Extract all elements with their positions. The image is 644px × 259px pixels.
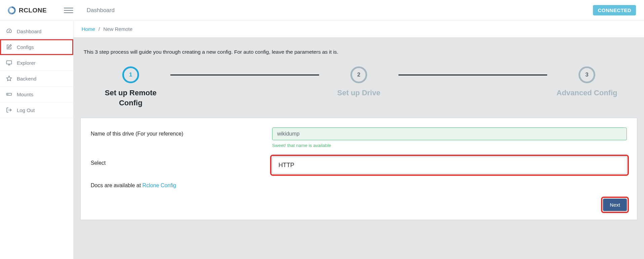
step-connector	[398, 74, 547, 75]
sidebar-item-label: Dashboard	[17, 29, 41, 34]
wizard-stepper: 1 Set up Remote Config 2 Set up Drive 3 …	[80, 62, 637, 118]
content-area: This 3 step process will guide you throu…	[74, 38, 644, 259]
svg-marker-1	[7, 76, 12, 81]
breadcrumb-home[interactable]: Home	[82, 26, 95, 32]
drive-icon	[6, 91, 12, 97]
sidebar-item-dashboard[interactable]: Dashboard	[0, 23, 73, 39]
sidebar-item-label: Log Out	[17, 107, 35, 113]
svg-point-3	[8, 94, 8, 95]
form-row-name: Name of this drive (For your reference) …	[91, 127, 627, 148]
sidebar-item-label: Configs	[17, 44, 34, 50]
name-validation-text: Sweet! that name is available	[272, 143, 627, 148]
step-1[interactable]: 1 Set up Remote Config	[97, 66, 164, 108]
docs-link[interactable]: Rclone Config	[142, 183, 176, 188]
docs-prefix: Docs are available at	[91, 183, 142, 188]
sidebar-item-label: Explorer	[17, 60, 36, 66]
logo[interactable]: RCLONE	[7, 5, 64, 15]
breadcrumb-current: New Remote	[103, 26, 133, 32]
sidebar-item-backend[interactable]: Backend	[0, 71, 73, 87]
docs-text: Docs are available at Rclone Config	[91, 183, 627, 189]
provider-select[interactable]	[272, 157, 627, 174]
pencil-square-icon	[6, 44, 12, 50]
step-3[interactable]: 3 Advanced Config	[553, 66, 620, 98]
sidebar: Dashboard Configs Explorer Backend Mount…	[0, 21, 74, 259]
star-icon	[6, 75, 12, 82]
svg-rect-0	[7, 61, 12, 64]
next-button[interactable]: Next	[603, 199, 627, 211]
breadcrumb: Home / New Remote	[74, 21, 644, 38]
logo-text: RCLONE	[19, 7, 47, 14]
step-label: Advanced Config	[557, 88, 617, 98]
select-label: Select	[91, 157, 272, 166]
monitor-icon	[6, 60, 12, 66]
step-label: Set up Drive	[337, 88, 380, 98]
status-badge: CONNECTED	[593, 5, 636, 15]
step-connector	[170, 74, 319, 75]
sidebar-item-label: Mounts	[17, 92, 33, 97]
step-2[interactable]: 2 Set up Drive	[325, 66, 392, 98]
logout-icon	[6, 107, 12, 113]
intro-text: This 3 step process will guide you throu…	[80, 44, 637, 62]
main-content: Home / New Remote This 3 step process wi…	[74, 21, 644, 259]
form-row-select: Select	[91, 157, 627, 174]
page-title: Dashboard	[87, 7, 115, 14]
sidebar-item-logout[interactable]: Log Out	[0, 102, 73, 118]
speedometer-icon	[6, 28, 12, 34]
form-card: Name of this drive (For your reference) …	[80, 118, 637, 220]
rclone-logo-icon	[7, 5, 17, 15]
menu-toggle-icon[interactable]	[64, 6, 73, 15]
step-circle: 1	[122, 66, 139, 83]
step-circle: 3	[578, 66, 595, 83]
form-actions: Next	[91, 199, 627, 211]
drive-name-input[interactable]	[272, 127, 627, 140]
name-label: Name of this drive (For your reference)	[91, 127, 272, 137]
breadcrumb-separator: /	[98, 26, 100, 32]
sidebar-item-explorer[interactable]: Explorer	[0, 55, 73, 71]
step-circle: 2	[350, 66, 367, 83]
sidebar-item-mounts[interactable]: Mounts	[0, 87, 73, 102]
step-label: Set up Remote Config	[97, 88, 164, 108]
app-header: RCLONE Dashboard CONNECTED	[0, 0, 644, 21]
sidebar-item-configs[interactable]: Configs	[0, 39, 73, 55]
sidebar-item-label: Backend	[17, 76, 36, 82]
